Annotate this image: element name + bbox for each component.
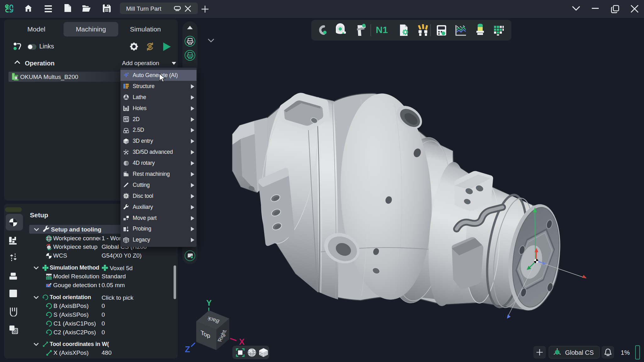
svg-text:Z: Z xyxy=(185,345,190,354)
svg-text:X: X xyxy=(239,337,245,347)
svg-text:Y: Y xyxy=(206,298,212,308)
svg-text:G54: G54 xyxy=(540,261,548,266)
